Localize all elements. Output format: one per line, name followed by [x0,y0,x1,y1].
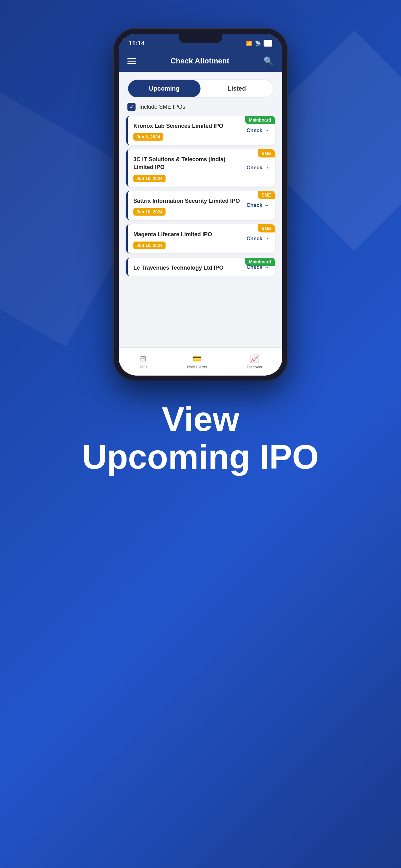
tab-upcoming[interactable]: Upcoming [128,80,201,97]
ipo-badge-1: Mainboard [245,116,275,124]
ipo-badge-4: SME [258,224,275,232]
phone-frame: 11:14 📶 📡 21 Check Allotment 🔍 [113,28,288,381]
check-btn-3[interactable]: Check → [246,202,269,208]
hamburger-menu-icon[interactable] [127,58,136,64]
ipo-card-1[interactable]: Mainboard Kronox Lab Sciences Limited IP… [126,116,275,145]
check-btn-4[interactable]: Check → [246,236,269,242]
ipo-card-4[interactable]: SME Magenta Lifecare Limited IPO Jun 10,… [126,224,275,253]
sme-filter-row: Include SME IPOs [119,103,282,116]
check-btn-2[interactable]: Check → [246,165,269,171]
phone-notch [179,34,222,43]
tab-listed[interactable]: Listed [201,80,273,97]
pan-icon: 💳 [192,354,202,363]
discover-icon: 📈 [250,354,259,363]
ipo-date-1: Jun 6, 2024 [133,133,163,141]
ipo-date-4: Jun 10, 2024 [133,242,166,249]
sme-checkbox[interactable] [127,103,136,111]
pan-label: PAN Cards [187,365,207,369]
nav-item-pan[interactable]: 💳 PAN Cards [187,354,207,369]
ipo-list: Mainboard Kronox Lab Sciences Limited IP… [119,116,282,276]
promo-text: View Upcoming IPO [82,400,319,475]
status-icons: 📶 📡 21 [246,40,272,46]
check-btn-5[interactable]: Check → [246,264,269,270]
ipo-date-3: Jun 10, 2024 [133,208,166,216]
search-icon[interactable]: 🔍 [264,56,274,66]
discover-label: Discover [247,365,263,369]
wifi-icon: 📶 [246,40,252,46]
phone-screen: 11:14 📶 📡 21 Check Allotment 🔍 [119,34,282,376]
ipo-card-5[interactable]: Mainboard Le Travenues Technology Ltd IP… [126,258,275,276]
status-time: 11:14 [129,40,144,47]
check-btn-1[interactable]: Check → [246,127,269,134]
hamburger-line-3 [127,63,136,64]
signal-icon: 📡 [255,40,261,46]
nav-item-discover[interactable]: 📈 Discover [247,354,263,369]
nav-item-ipos[interactable]: ⊞ IPOs [138,354,147,369]
bottom-nav: ⊞ IPOs 💳 PAN Cards 📈 Discover [119,347,282,376]
ipo-badge-3: SME [258,191,275,199]
tab-switcher: Upcoming Listed [127,80,274,98]
ipo-card-2[interactable]: SME 3C IT Solutions & Telecoms (India) L… [126,149,275,186]
ipo-badge-2: SME [258,149,275,157]
battery-icon: 21 [264,40,272,46]
hamburger-line-1 [127,58,136,59]
promo-line1: View [82,400,319,438]
hamburger-line-2 [127,61,136,62]
header-title: Check Allotment [170,57,229,65]
ipos-label: IPOs [138,365,147,369]
sme-label: Include SME IPOs [139,104,185,110]
ipos-icon: ⊞ [140,354,146,363]
promo-line2: Upcoming IPO [82,438,319,475]
ipo-card-3[interactable]: SME Sattrix Information Security Limited… [126,191,275,220]
ipo-date-2: Jun 10, 2024 [133,175,166,182]
phone-wrapper: 11:14 📶 📡 21 Check Allotment 🔍 [113,28,288,381]
app-header: Check Allotment 🔍 [119,50,282,72]
